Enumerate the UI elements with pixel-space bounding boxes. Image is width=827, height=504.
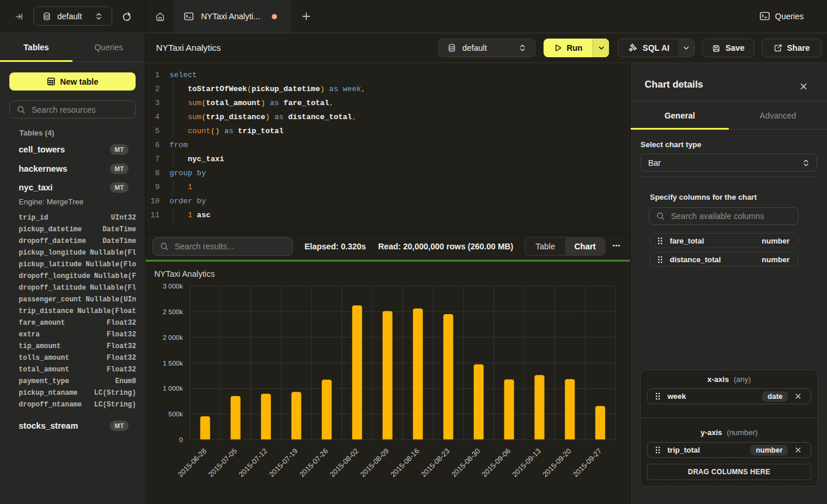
- svg-text:2015-07-05: 2015-07-05: [207, 447, 238, 478]
- svg-text:2015-08-23: 2015-08-23: [420, 447, 451, 478]
- svg-text:2015-07-12: 2015-07-12: [237, 447, 269, 478]
- svg-text:2015-09-06: 2015-09-06: [480, 447, 512, 478]
- svg-text:2015-09-13: 2015-09-13: [511, 447, 542, 478]
- svg-text:0: 0: [179, 436, 183, 443]
- svg-text:2015-07-26: 2015-07-26: [298, 447, 330, 478]
- svg-text:500k: 500k: [168, 411, 183, 418]
- svg-text:2015-08-09: 2015-08-09: [359, 447, 390, 478]
- svg-text:2015-07-19: 2015-07-19: [268, 447, 299, 478]
- svg-text:2015-06-28: 2015-06-28: [177, 447, 208, 478]
- svg-text:2015-09-27: 2015-09-27: [572, 447, 603, 478]
- svg-text:2 500k: 2 500k: [162, 308, 183, 315]
- svg-text:2015-08-16: 2015-08-16: [389, 447, 421, 478]
- svg-text:2015-08-02: 2015-08-02: [328, 447, 360, 478]
- svg-text:1 000k: 1 000k: [162, 385, 183, 392]
- svg-text:2015-08-30: 2015-08-30: [450, 447, 482, 478]
- svg-text:2 000k: 2 000k: [162, 334, 183, 341]
- svg-text:2015-09-20: 2015-09-20: [541, 447, 573, 478]
- svg-text:1 500k: 1 500k: [162, 360, 183, 367]
- svg-text:3 000k: 3 000k: [162, 283, 183, 290]
